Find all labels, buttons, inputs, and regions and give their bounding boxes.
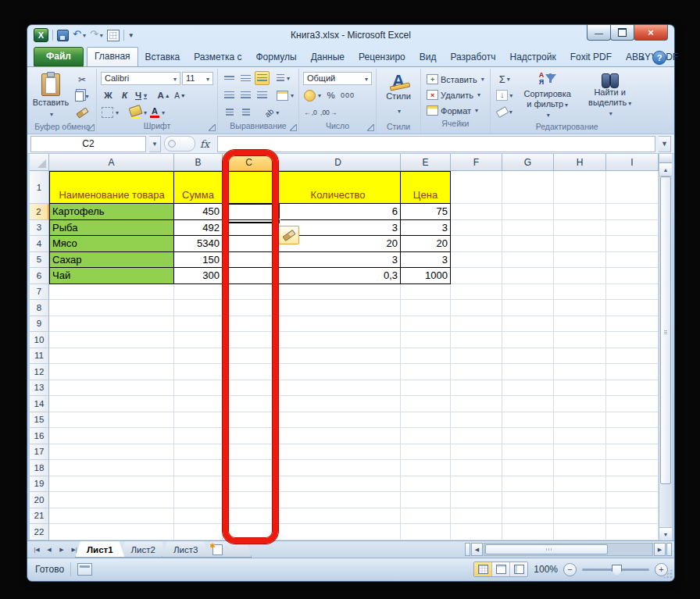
cell-E22[interactable] (401, 524, 451, 540)
cell-C3[interactable] (223, 220, 276, 237)
font-size-combo[interactable]: 11 (182, 72, 213, 85)
cell-G8[interactable] (502, 300, 554, 316)
cell-A10[interactable] (49, 332, 174, 348)
cell-C19[interactable] (223, 476, 276, 493)
scroll-left-icon[interactable]: ◀ (471, 543, 483, 556)
cell-C22[interactable] (223, 524, 276, 540)
cell-D1[interactable]: Количество (276, 171, 401, 204)
macro-record-icon[interactable] (77, 563, 92, 576)
cell-C17[interactable] (223, 444, 276, 461)
fx-icon[interactable]: fx (200, 138, 209, 150)
column-header-C[interactable]: C (223, 154, 276, 171)
close-button[interactable]: × (634, 25, 668, 41)
cell-G14[interactable] (502, 396, 554, 412)
cell-I20[interactable] (606, 492, 659, 508)
cell-H11[interactable] (554, 348, 606, 365)
cell-B22[interactable] (174, 524, 223, 540)
ribbon-tab-foxit-pdf[interactable]: Foxit PDF (563, 48, 619, 66)
insert-cells-button[interactable]: +Вставить (425, 72, 486, 87)
row-header-21[interactable]: 21 (30, 508, 49, 525)
font-color-button[interactable]: А (149, 105, 166, 119)
cell-B16[interactable] (174, 428, 223, 444)
align-middle-button[interactable] (238, 71, 253, 85)
cell-H19[interactable] (554, 476, 606, 493)
increase-indent-button[interactable] (238, 105, 253, 119)
column-header-I[interactable]: I (606, 154, 659, 171)
cell-I14[interactable] (606, 396, 659, 412)
column-header-E[interactable]: E (401, 154, 451, 171)
cell-F6[interactable] (451, 268, 502, 284)
cell-H5[interactable] (554, 252, 606, 269)
cell-G13[interactable] (502, 380, 554, 397)
cell-I5[interactable] (606, 252, 659, 269)
cell-H1[interactable] (554, 171, 606, 204)
sort-filter-button[interactable]: АЯ Сортировка и фильтр (518, 70, 577, 120)
cell-G3[interactable] (502, 220, 554, 237)
split-handle[interactable] (659, 154, 672, 163)
cell-D10[interactable] (276, 332, 401, 348)
cell-H8[interactable] (554, 300, 606, 316)
cell-G6[interactable] (502, 268, 554, 284)
cell-E9[interactable] (401, 316, 451, 333)
cell-I11[interactable] (606, 348, 659, 365)
scroll-down-icon[interactable]: ▼ (659, 527, 672, 540)
cell-F11[interactable] (451, 348, 502, 365)
cell-E14[interactable] (401, 396, 451, 412)
name-box-dropdown-icon[interactable]: ▼ (149, 136, 161, 152)
currency-format-button[interactable] (303, 88, 322, 102)
row-header-13[interactable]: 13 (30, 380, 49, 397)
cell-E20[interactable] (401, 492, 451, 508)
cell-C7[interactable] (223, 284, 276, 301)
borders-button[interactable] (101, 105, 120, 119)
row-header-8[interactable]: 8 (30, 300, 49, 316)
cell-F3[interactable] (451, 220, 502, 237)
cell-F22[interactable] (451, 524, 502, 540)
cell-B18[interactable] (174, 460, 223, 476)
cell-E3[interactable]: 3 (401, 220, 451, 237)
cell-B13[interactable] (174, 380, 223, 397)
cell-H10[interactable] (554, 332, 606, 348)
find-select-button[interactable]: Найти и выделить (580, 70, 640, 119)
cell-D16[interactable] (276, 428, 401, 444)
cell-G16[interactable] (502, 428, 554, 444)
cell-A5[interactable]: Сахар (49, 252, 174, 269)
cell-G1[interactable] (502, 171, 554, 204)
cell-B8[interactable] (174, 300, 223, 316)
font-name-combo[interactable]: Calibri (101, 72, 180, 85)
align-left-button[interactable] (222, 88, 237, 102)
copy-button[interactable] (72, 88, 92, 104)
cell-A15[interactable] (49, 412, 174, 429)
cell-E5[interactable]: 3 (401, 252, 451, 269)
cell-C13[interactable] (223, 380, 276, 397)
cell-C9[interactable] (223, 316, 276, 333)
cell-D14[interactable] (276, 396, 401, 412)
cell-F21[interactable] (451, 508, 502, 525)
cell-D22[interactable] (276, 524, 401, 540)
cell-G22[interactable] (502, 524, 554, 540)
cell-A7[interactable] (49, 284, 174, 301)
cell-D2[interactable]: 6 (276, 204, 401, 220)
cell-A13[interactable] (49, 380, 174, 397)
zoom-slider-handle[interactable] (612, 565, 622, 576)
ribbon-tab-файл[interactable]: Файл (34, 47, 84, 66)
percent-format-button[interactable]: % (323, 88, 338, 102)
cell-I17[interactable] (606, 444, 659, 461)
autosum-button[interactable]: Σ (495, 71, 515, 87)
cell-styles-button[interactable]: А Стили (380, 70, 416, 119)
cell-B17[interactable] (174, 444, 223, 461)
align-center-button[interactable] (238, 88, 253, 102)
cell-G21[interactable] (502, 508, 554, 525)
cell-E21[interactable] (401, 508, 451, 525)
cell-E10[interactable] (401, 332, 451, 348)
cell-E13[interactable] (401, 380, 451, 397)
row-header-16[interactable]: 16 (30, 428, 49, 444)
cell-H15[interactable] (554, 412, 606, 429)
cell-D20[interactable] (276, 492, 401, 508)
cell-A11[interactable] (49, 348, 174, 365)
cell-D9[interactable] (276, 316, 401, 333)
cell-H14[interactable] (554, 396, 606, 412)
cell-C8[interactable] (223, 300, 276, 316)
row-header-5[interactable]: 5 (30, 252, 49, 269)
cell-H7[interactable] (554, 284, 606, 301)
sheet-tab-лист1[interactable]: Лист1 (75, 541, 125, 558)
